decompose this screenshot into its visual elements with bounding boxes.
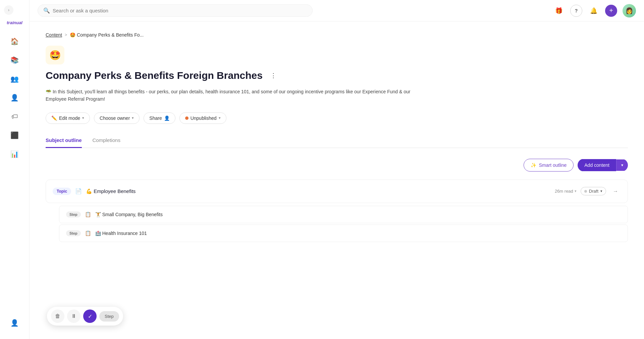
step-badge: Step <box>66 211 81 217</box>
step-list-icon: 📋 <box>85 230 91 236</box>
status-dot <box>185 116 189 120</box>
breadcrumb-separator: > <box>65 33 67 37</box>
subject-description: 🥗 In this Subject, you'll learn all thin… <box>46 88 415 103</box>
add-button[interactable]: + <box>605 5 617 17</box>
confirm-button[interactable]: ✓ <box>83 309 97 323</box>
sidebar-item-profile[interactable]: 👤 <box>7 315 23 331</box>
step-label-button[interactable]: Step <box>99 311 119 322</box>
add-content-chevron-button[interactable]: ▾ <box>616 159 628 171</box>
main-area: 🔍 🎁 ? 🔔 + 👩 Content > 🤩 Company Perks & … <box>30 0 644 339</box>
chevron-down-icon: ▾ <box>82 116 84 120</box>
page-content: Content > 🤩 Company Perks & Benefits Fo.… <box>30 21 644 339</box>
gift-icon[interactable]: 🎁 <box>553 5 565 17</box>
outline-toolbar: ✨ Smart outline Add content ▾ <box>46 159 628 172</box>
topic-row: Topic 📄 💪 Employee Benefits 26m read ▾ D… <box>46 180 628 203</box>
step-badge: Step <box>66 230 81 236</box>
step-row-2: Step 📋 🏥 Health Insurance 101 <box>59 225 628 242</box>
read-time: 26m read ▾ <box>555 189 577 194</box>
nav-icons: 🎁 ? 🔔 + 👩 <box>553 4 636 17</box>
step-name-1: 🏋 Small Company, Big Benefits <box>95 212 621 217</box>
delete-button[interactable]: 🗑 <box>51 309 64 323</box>
step-row-1: Step 📋 🏋 Small Company, Big Benefits <box>59 206 628 223</box>
avatar[interactable]: 👩 <box>623 4 636 17</box>
bottom-toolbar: 🗑 ⏸ ✓ Step <box>47 307 123 326</box>
unpublished-button[interactable]: Unpublished ▾ <box>179 112 226 124</box>
topic-doc-icon: 📄 <box>75 188 82 194</box>
topic-navigate-button[interactable]: → <box>610 186 621 197</box>
sidebar-item-team[interactable]: 👥 <box>7 71 23 87</box>
bell-icon[interactable]: 🔔 <box>588 5 600 17</box>
action-bar: ✏️ Edit mode ▾ Choose owner ▾ Share 👤 Un… <box>46 112 628 124</box>
topnav: 🔍 🎁 ? 🔔 + 👩 <box>30 0 644 21</box>
add-content-main-button[interactable]: Add content <box>578 159 616 171</box>
share-icon: 👤 <box>164 115 170 121</box>
page-title: Company Perks & Benefits Foreign Branche… <box>46 70 263 81</box>
chevron-down-icon: ▾ <box>219 116 221 120</box>
breadcrumb: Content > 🤩 Company Perks & Benefits Fo.… <box>46 32 628 38</box>
choose-owner-button[interactable]: Choose owner ▾ <box>94 112 140 124</box>
add-content-button[interactable]: Add content ▾ <box>578 159 628 172</box>
draft-dot <box>584 190 587 193</box>
breadcrumb-current: 🤩 Company Perks & Benefits Fo... <box>70 32 144 38</box>
edit-mode-button[interactable]: ✏️ Edit mode ▾ <box>46 112 90 124</box>
smart-outline-button[interactable]: ✨ Smart outline <box>524 159 574 172</box>
chevron-down-icon: ▾ <box>575 189 577 193</box>
app-logo: trainual <box>7 20 22 25</box>
pause-button[interactable]: ⏸ <box>67 309 80 323</box>
sidebar-item-tags[interactable]: 🏷 <box>7 108 23 125</box>
sidebar-item-analytics[interactable]: 📊 <box>7 146 23 162</box>
help-icon[interactable]: ? <box>570 5 582 17</box>
tab-subject-outline[interactable]: Subject outline <box>46 135 82 148</box>
tab-completions[interactable]: Completions <box>93 135 120 148</box>
sparkle-icon: ✨ <box>531 162 536 168</box>
sidebar-item-home[interactable]: 🏠 <box>7 33 23 49</box>
breadcrumb-parent[interactable]: Content <box>46 32 62 38</box>
chevron-down-icon: ▾ <box>600 189 602 193</box>
topic-name: 💪 Employee Benefits <box>86 188 551 194</box>
sidebar-item-people[interactable]: 👤 <box>7 90 23 106</box>
chevron-down-icon: ▾ <box>132 116 134 120</box>
tabs: Subject outline Completions <box>46 135 628 148</box>
topic-badge: Topic <box>53 188 71 195</box>
sidebar-item-layers[interactable]: ⬛ <box>7 127 23 143</box>
step-name-2: 🏥 Health Insurance 101 <box>95 231 621 236</box>
more-options-button[interactable]: ⋮ <box>268 70 279 81</box>
edit-icon: ✏️ <box>51 115 57 121</box>
title-row: Company Perks & Benefits Foreign Branche… <box>46 70 628 81</box>
subject-icon: 🤩 <box>46 46 64 64</box>
search-icon: 🔍 <box>43 7 50 14</box>
sidebar: › trainual 🏠 📚 👥 👤 🏷 ⬛ 📊 👤 <box>0 0 30 339</box>
draft-status-button[interactable]: Draft ▾ <box>581 187 606 195</box>
search-input[interactable] <box>53 8 307 13</box>
step-list-icon: 📋 <box>85 211 91 217</box>
search-bar[interactable]: 🔍 <box>38 4 313 17</box>
share-button[interactable]: Share 👤 <box>144 112 175 124</box>
sidebar-item-library[interactable]: 📚 <box>7 52 23 68</box>
sidebar-toggle[interactable]: › <box>4 5 13 15</box>
